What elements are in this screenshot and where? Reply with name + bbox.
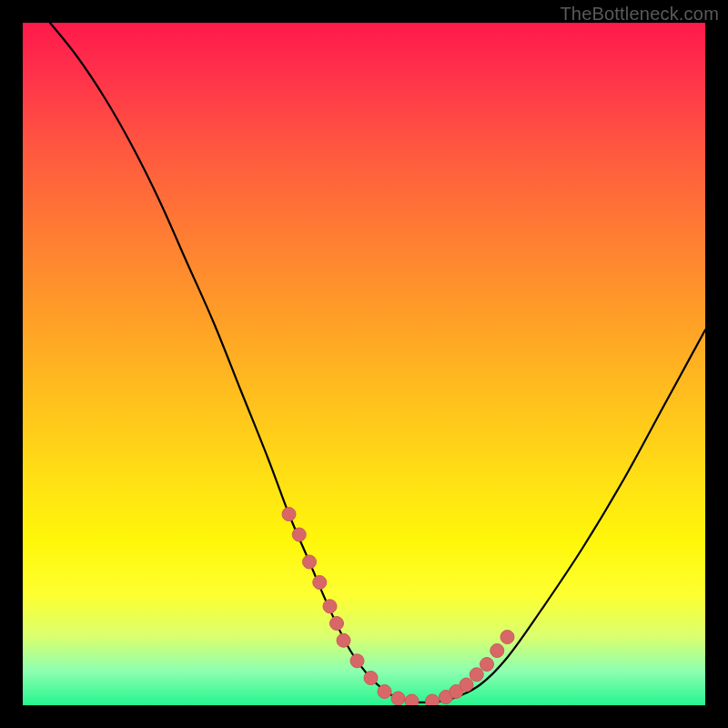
marker-group [282, 508, 514, 706]
curve-marker [490, 644, 504, 658]
curve-marker [500, 631, 514, 644]
curve-marker [303, 555, 317, 569]
curve-marker [460, 678, 473, 692]
curve-marker [480, 658, 494, 672]
chart-svg [23, 23, 705, 705]
curve-marker [350, 654, 364, 668]
plot-area [23, 23, 705, 705]
curve-marker [337, 633, 350, 647]
bottleneck-curve [50, 23, 705, 703]
curve-marker [282, 508, 296, 521]
curve-marker [426, 694, 440, 705]
curve-marker [330, 617, 344, 631]
curve-marker [313, 576, 327, 590]
curve-marker [292, 528, 306, 541]
curve-marker [405, 694, 419, 705]
curve-marker [470, 668, 483, 682]
watermark-text: TheBottleneck.com [560, 4, 719, 25]
curve-marker [391, 692, 405, 705]
curve-marker [323, 600, 337, 613]
curve-marker [378, 685, 391, 699]
chart-frame: TheBottleneck.com [0, 0, 728, 728]
curve-marker [364, 672, 378, 685]
